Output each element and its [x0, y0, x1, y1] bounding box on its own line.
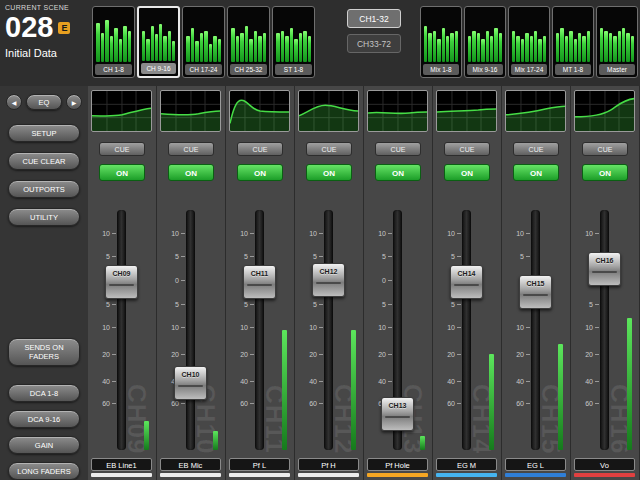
fader-scale-label: 5 — [439, 301, 455, 309]
meter-block[interactable]: ST 1-8 — [272, 6, 315, 78]
eq-curve-fill — [368, 112, 427, 131]
fader-cap[interactable]: CH09 — [105, 265, 138, 299]
channel-name[interactable]: Vo — [574, 458, 635, 471]
fader-cap[interactable]: CH10 — [174, 366, 207, 400]
meter-block[interactable]: Mix 9-16 — [464, 6, 506, 78]
outports-button[interactable]: OUTPORTS — [8, 180, 80, 198]
meter-bar — [308, 36, 312, 62]
meter-bar — [477, 33, 480, 62]
cue-button[interactable]: CUE — [513, 142, 559, 156]
channel-name[interactable]: EG L — [505, 458, 566, 471]
eq-graph[interactable] — [574, 90, 635, 132]
meter-bar — [105, 20, 109, 62]
eq-graph[interactable] — [91, 90, 152, 132]
fader-cap[interactable]: CH11 — [243, 265, 276, 299]
meter-bar — [486, 31, 489, 62]
meter-bar — [186, 36, 190, 62]
bank-button-ch33-72[interactable]: CH33-72 — [347, 34, 401, 53]
fader-track[interactable] — [255, 210, 264, 450]
channel-name[interactable]: Pf L — [229, 458, 290, 471]
eq-prev-arrow-icon[interactable]: ◀ — [6, 94, 22, 110]
cue-button[interactable]: CUE — [375, 142, 421, 156]
fader-track[interactable] — [462, 210, 471, 450]
fader-scale: 1050510204060 — [232, 202, 248, 454]
eq-next-arrow-icon[interactable]: ▶ — [66, 94, 82, 110]
cue-button[interactable]: CUE — [582, 142, 628, 156]
eq-graph[interactable] — [229, 90, 290, 132]
on-button[interactable]: ON — [513, 164, 559, 181]
fader-scale: 1050510204060 — [94, 202, 110, 454]
meter-block[interactable]: CH 1-8 — [92, 6, 135, 78]
meter-bar — [159, 24, 162, 62]
channel-name[interactable]: EG M — [436, 458, 497, 471]
channel-strip: CH10 CUE ON 1050510204060 CH10 EB Mic — [157, 86, 226, 480]
meter-bars — [555, 9, 591, 62]
on-button[interactable]: ON — [237, 164, 283, 181]
cue-button[interactable]: CUE — [237, 142, 283, 156]
cue-button[interactable]: CUE — [168, 142, 214, 156]
fader-scale-label: 5 — [370, 253, 386, 261]
eq-graph[interactable] — [436, 90, 497, 132]
fader-scale: 1050510204060 — [439, 202, 455, 454]
gain-button[interactable]: GAIN — [8, 436, 80, 454]
fader-cap[interactable]: CH16 — [588, 252, 621, 286]
level-meter — [351, 330, 356, 450]
meter-bar — [96, 23, 100, 62]
meter-bar — [631, 36, 634, 62]
utility-button[interactable]: UTILITY — [8, 208, 80, 226]
fader-track[interactable] — [186, 210, 195, 450]
on-button[interactable]: ON — [444, 164, 490, 181]
meter-bar — [600, 28, 603, 62]
fader-cap[interactable]: CH14 — [450, 265, 483, 299]
fader-track[interactable] — [117, 210, 126, 450]
meter-block[interactable]: MT 1-8 — [552, 6, 594, 78]
meter-bar — [560, 28, 563, 62]
fader-track[interactable] — [324, 210, 333, 450]
meter-block[interactable]: CH 9-16 — [137, 6, 180, 78]
on-button[interactable]: ON — [375, 164, 421, 181]
meter-bar — [428, 33, 431, 62]
fader-cap[interactable]: CH15 — [519, 275, 552, 309]
channel-name[interactable]: EB Line1 — [91, 458, 152, 471]
meter-block[interactable]: Mix 1-8 — [420, 6, 462, 78]
meter-bar — [128, 31, 132, 62]
meter-bars — [141, 10, 176, 61]
cue-button[interactable]: CUE — [306, 142, 352, 156]
meter-bar — [299, 33, 303, 62]
fader-scale-label: 5 — [508, 253, 524, 261]
meter-block[interactable]: Master — [596, 6, 638, 78]
on-button[interactable]: ON — [168, 164, 214, 181]
bank-button-ch1-32[interactable]: CH1-32 — [347, 9, 401, 28]
meter-bar — [613, 36, 616, 62]
eq-graph[interactable] — [367, 90, 428, 132]
fader-scale-label: 10 — [163, 324, 179, 332]
cue-clear-button[interactable]: CUE CLEAR — [8, 152, 80, 170]
on-button[interactable]: ON — [306, 164, 352, 181]
fader-track[interactable] — [600, 210, 609, 450]
meter-block[interactable]: CH 17-24 — [182, 6, 225, 78]
fader-cap[interactable]: CH12 — [312, 263, 345, 297]
channel-name[interactable]: Pf Hole — [367, 458, 428, 471]
eq-graph[interactable] — [505, 90, 566, 132]
setup-button[interactable]: SETUP — [8, 124, 80, 142]
sends-on-faders-button[interactable]: SENDS ON FADERS — [8, 338, 80, 366]
dca-9-16-button[interactable]: DCA 9-16 — [8, 410, 80, 428]
fader-scale-label: 5 — [232, 253, 248, 261]
meter-block[interactable]: CH 25-32 — [227, 6, 270, 78]
cue-button[interactable]: CUE — [99, 142, 145, 156]
fader-track[interactable] — [531, 210, 540, 450]
scene-panel[interactable]: CURRENT SCENE 028 E Initial Data — [5, 4, 89, 59]
channel-name[interactable]: Pf H — [298, 458, 359, 471]
eq-graph[interactable] — [160, 90, 221, 132]
cue-button[interactable]: CUE — [444, 142, 490, 156]
dca-1-8-button[interactable]: DCA 1-8 — [8, 384, 80, 402]
on-button[interactable]: ON — [582, 164, 628, 181]
channel-name[interactable]: EB Mic — [160, 458, 221, 471]
on-button[interactable]: ON — [99, 164, 145, 181]
eq-button[interactable]: EQ — [26, 94, 62, 110]
meter-block[interactable]: Mix 17-24 — [508, 6, 550, 78]
fader-scale-label: 10 — [301, 324, 317, 332]
eq-graph[interactable] — [298, 90, 359, 132]
fader-cap[interactable]: CH13 — [381, 397, 414, 431]
long-faders-button[interactable]: LONG FADERS — [8, 462, 80, 480]
